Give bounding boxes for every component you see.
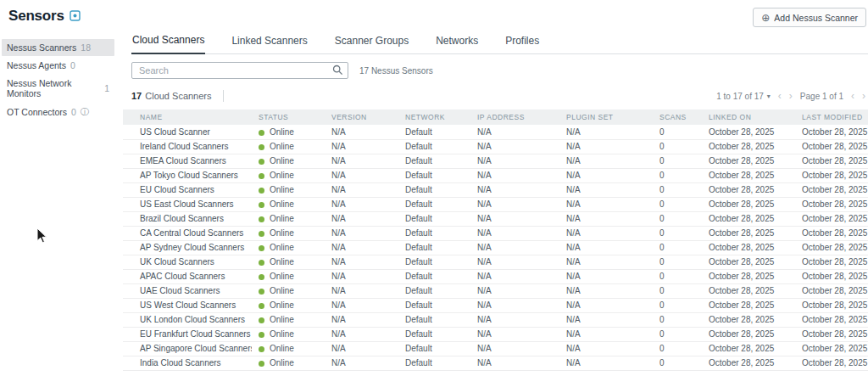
cell-linked-on: October 28, 2025 [702, 269, 795, 283]
cell-network: Default [398, 211, 470, 226]
cell-status: Online [252, 139, 325, 154]
table-row[interactable]: US Cloud ScannerOnlineN/ADefaultN/AN/A0O… [123, 125, 868, 139]
next-page-icon[interactable]: › [789, 91, 793, 101]
online-status-dot [259, 231, 264, 237]
cell-name[interactable]: Brazil Cloud Scanners [123, 211, 252, 226]
cell-status: Online [252, 356, 325, 370]
table-row[interactable]: India Cloud ScannersOnlineN/ADefaultN/AN… [123, 356, 868, 370]
table-row[interactable]: CA Central Cloud ScannersOnlineN/ADefaul… [123, 226, 868, 240]
table-row[interactable]: EU Frankfurt Cloud ScannersOnlineN/ADefa… [123, 327, 868, 341]
cell-network: Default [398, 327, 470, 341]
cell-name[interactable]: EU Cloud Scanners [123, 182, 252, 197]
info-icon[interactable]: ⓘ [81, 106, 89, 118]
cell-last-modified: October 28, 2025 [795, 255, 868, 269]
online-status-dot [259, 202, 264, 208]
table-row[interactable]: UAE Cloud ScannersOnlineN/ADefaultN/AN/A… [123, 283, 868, 298]
rows-range-dropdown[interactable]: 1 to 17 of 17 ▾ [716, 92, 771, 101]
cell-version: N/A [325, 255, 398, 269]
cell-name[interactable]: Ireland Cloud Scanners [123, 139, 252, 154]
cell-ip-address: N/A [470, 125, 559, 139]
cell-name[interactable]: US Cloud Scanner [123, 125, 252, 139]
cell-linked-on: October 28, 2025 [702, 139, 795, 154]
table-row[interactable]: EMEA Cloud ScannersOnlineN/ADefaultN/AN/… [123, 154, 868, 168]
cell-name[interactable]: AP Tokyo Cloud Scanners [123, 168, 252, 182]
sidebar: Nessus Scanners 18 Nessus Agents 0 Nessu… [0, 32, 123, 371]
cell-name[interactable]: AP Singapore Cloud Scanners [123, 341, 252, 356]
cell-name[interactable]: APAC Cloud Scanners [123, 269, 252, 283]
add-nessus-scanner-button[interactable]: ⊕ Add Nessus Scanner [753, 8, 866, 27]
cell-network: Default [398, 139, 470, 154]
cell-name[interactable]: India Cloud Scanners [123, 356, 252, 370]
tab-networks[interactable]: Networks [435, 35, 479, 53]
table-body: US Cloud ScannerOnlineN/ADefaultN/AN/A0O… [123, 125, 868, 370]
column-header-linked-on[interactable]: LINKED ON [702, 109, 795, 125]
column-header-name[interactable]: NAME [123, 109, 252, 125]
cell-name[interactable]: US East Cloud Scanners [123, 197, 252, 211]
table-row[interactable]: Brazil Cloud ScannersOnlineN/ADefaultN/A… [123, 211, 868, 226]
cell-plugin-set: N/A [559, 182, 653, 197]
cell-scans: 0 [653, 283, 702, 298]
online-status-dot [259, 216, 264, 222]
cell-linked-on: October 28, 2025 [702, 341, 795, 356]
table-row[interactable]: UK London Cloud ScannersOnlineN/ADefault… [123, 312, 868, 327]
tab-cloud-scanners[interactable]: Cloud Scanners [131, 34, 205, 54]
cell-status: Online [252, 182, 325, 197]
table-row[interactable]: US West Cloud ScannersOnlineN/ADefaultN/… [123, 298, 868, 312]
cell-plugin-set: N/A [559, 125, 653, 139]
table-row[interactable]: AP Sydney Cloud ScannersOnlineN/ADefault… [123, 240, 868, 255]
cell-name[interactable]: UAE Cloud Scanners [123, 283, 252, 298]
cell-scans: 0 [653, 154, 702, 168]
table-row[interactable]: US East Cloud ScannersOnlineN/ADefaultN/… [123, 197, 868, 211]
cell-last-modified: October 28, 2025 [795, 341, 868, 356]
cell-linked-on: October 28, 2025 [702, 283, 795, 298]
cell-version: N/A [325, 269, 398, 283]
cell-last-modified: October 28, 2025 [795, 269, 868, 283]
cell-name[interactable]: AP Sydney Cloud Scanners [123, 240, 252, 255]
table-row[interactable]: APAC Cloud ScannersOnlineN/ADefaultN/AN/… [123, 269, 868, 283]
column-header-network[interactable]: NETWORK [398, 109, 470, 125]
cell-name[interactable]: EMEA Cloud Scanners [123, 154, 252, 168]
first-page-icon[interactable]: ‹ [851, 91, 854, 101]
cell-scans: 0 [653, 240, 702, 255]
column-header-ip-address[interactable]: IP ADDRESS [470, 109, 559, 125]
cell-status: Online [252, 255, 325, 269]
online-status-dot [259, 173, 264, 179]
column-header-plugin-set[interactable]: PLUGIN SET [559, 109, 653, 125]
cell-name[interactable]: EU Frankfurt Cloud Scanners [123, 327, 252, 341]
sidebar-item-nessus-scanners[interactable]: Nessus Scanners 18 [2, 39, 114, 56]
tab-linked-scanners[interactable]: Linked Scanners [231, 35, 308, 53]
cell-ip-address: N/A [470, 312, 559, 327]
table-row[interactable]: Ireland Cloud ScannersOnlineN/ADefaultN/… [123, 139, 868, 154]
summary-divider [223, 90, 224, 102]
table-row[interactable]: AP Singapore Cloud ScannersOnlineN/ADefa… [123, 341, 868, 356]
tab-profiles[interactable]: Profiles [504, 35, 540, 53]
tab-scanner-groups[interactable]: Scanner Groups [334, 35, 409, 53]
search-input[interactable] [131, 62, 348, 79]
cell-ip-address: N/A [470, 139, 559, 154]
table-row[interactable]: AP Tokyo Cloud ScannersOnlineN/ADefaultN… [123, 168, 868, 182]
cell-network: Default [398, 182, 470, 197]
cell-name[interactable]: UK Cloud Scanners [123, 255, 252, 269]
sidebar-item-nessus-agents[interactable]: Nessus Agents 0 [2, 57, 114, 74]
cell-name[interactable]: US West Cloud Scanners [123, 298, 252, 312]
cell-status: Online [252, 312, 325, 327]
column-header-status[interactable]: STATUS [252, 109, 325, 125]
table-row[interactable]: UK Cloud ScannersOnlineN/ADefaultN/AN/A0… [123, 255, 868, 269]
prev-page-icon[interactable]: ‹ [778, 91, 782, 101]
last-page-icon[interactable]: › [862, 91, 865, 101]
column-header-last-modified[interactable]: LAST MODIFIED [795, 109, 868, 125]
sidebar-item-nessus-network-monitors[interactable]: Nessus Network Monitors 1 [2, 75, 114, 102]
column-header-scans[interactable]: SCANS [653, 109, 702, 125]
column-header-version[interactable]: VERSION [325, 109, 398, 125]
cell-name[interactable]: UK London Cloud Scanners [123, 312, 252, 327]
cell-scans: 0 [653, 211, 702, 226]
tab-bar: Cloud Scanners Linked Scanners Scanner G… [131, 32, 868, 54]
cell-network: Default [398, 341, 470, 356]
sidebar-item-ot-connectors[interactable]: OT Connectors 0 ⓘ [2, 103, 114, 121]
cell-last-modified: October 28, 2025 [795, 154, 868, 168]
table-row[interactable]: EU Cloud ScannersOnlineN/ADefaultN/AN/A0… [123, 182, 868, 197]
pin-icon[interactable] [70, 10, 81, 23]
cell-name[interactable]: CA Central Cloud Scanners [123, 226, 252, 240]
search-icon[interactable] [332, 65, 343, 77]
online-status-dot [259, 159, 264, 165]
